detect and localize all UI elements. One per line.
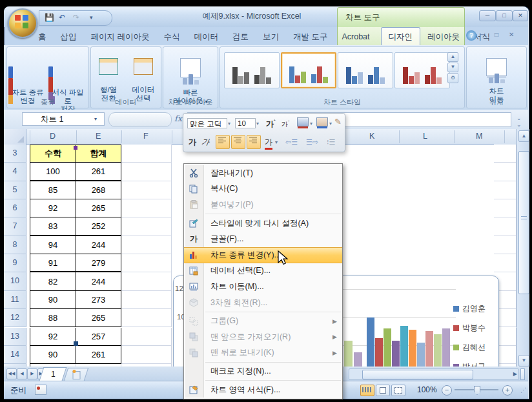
formula-bar-expand-icon[interactable]: ⌄⌄ [517,115,522,128]
format-painter-icon[interactable]: ✎ [334,117,342,126]
font-color-dropdown-icon[interactable]: ▾ [275,139,278,145]
cell-F4[interactable] [121,163,172,181]
zoom-slider-thumb[interactable] [474,386,480,395]
cell-F12[interactable] [121,309,172,327]
align-center-icon[interactable] [231,135,245,149]
align-right-icon[interactable] [247,135,261,149]
zoom-out-icon[interactable]: − [442,385,452,396]
font-name-box[interactable]: 맑은 고딕 [187,118,227,128]
bar-partial-서현정[interactable] [354,352,362,367]
tab-4[interactable]: 데이터 [187,28,225,46]
row-header-13[interactable]: 13 [4,328,26,346]
cell-F7[interactable] [121,217,172,236]
styles-scroll-down-icon[interactable]: ▼ [447,63,458,72]
tab-3[interactable]: 수식 [156,28,187,46]
cell-E5[interactable]: 268 [76,181,121,199]
border-dropdown-icon[interactable]: ▾ [329,121,332,126]
bar-심미수[interactable] [434,334,442,367]
ribbon-minimize-icon[interactable]: ─ [480,31,485,38]
tab-1[interactable]: 삽입 [54,28,84,46]
zoom-in-icon[interactable]: + [502,385,513,396]
menu-item-4[interactable]: 스타일에 맞게 다시 설정(A) [184,216,342,232]
cell-M4[interactable] [494,163,517,181]
tab-2[interactable]: 페이지 레이아웃 [84,28,157,46]
column-header-L[interactable]: L [423,132,427,141]
cell-D10[interactable]: 82 [30,272,76,290]
cell-E4[interactable]: 261 [76,163,121,181]
column-header-K[interactable]: K [369,132,374,141]
cell-E14[interactable]: 261 [76,346,121,364]
ribbon-restore-icon[interactable]: □ [495,31,498,38]
qat-customize-icon[interactable]: ▾ [90,13,93,23]
page-layout-view-icon[interactable] [376,385,390,396]
cell-M6[interactable] [494,199,517,217]
bar-이연숙[interactable] [417,343,425,367]
cell-F3[interactable] [121,145,172,163]
chart-style-colorful[interactable] [281,52,336,88]
cell-F13[interactable] [121,328,172,346]
cell-M5[interactable] [494,181,517,199]
row-header-9[interactable]: 9 [4,254,26,272]
cell-M8[interactable] [494,236,517,254]
select-data-button[interactable]: 데이터 선택 [127,50,159,103]
row-header-7[interactable]: 7 [4,217,26,236]
range-handle-blue[interactable] [74,341,78,346]
row-header-10[interactable]: 10 [4,272,26,290]
switch-row-column-button[interactable]: 행/열 전환 [92,50,125,103]
menu-item-2[interactable]: 붙여넣기(P) [184,197,342,213]
row-header-11[interactable]: 11 [4,291,26,309]
menu-item-7[interactable]: 데이터 선택(E)... [184,263,342,279]
name-box-dropdown-icon[interactable]: ▾ [94,116,97,122]
macro-record-icon[interactable] [35,385,46,395]
save-icon[interactable]: 💾 [45,13,54,23]
row-header-3[interactable]: 3 [4,145,26,163]
normal-view-icon[interactable] [360,385,374,396]
shrink-font-icon[interactable]: 가ˇ [281,120,289,129]
border-color-icon[interactable] [316,117,328,126]
help-icon[interactable]: ? [466,30,476,41]
cell-D3[interactable]: 수학 [30,145,76,163]
chart-style-red[interactable] [394,52,450,88]
scroll-up-icon[interactable]: ▲ [518,130,529,142]
bar-partial-심미수[interactable] [344,341,353,367]
cell-E12[interactable]: 265 [76,309,121,327]
vertical-scrollbar[interactable]: ▲ ▼ [517,129,529,367]
legend-item-김혜선[interactable]: 김혜선 [453,342,486,353]
menu-item-0[interactable]: 잘라내기(T) [184,165,342,181]
vertical-scroll-thumb[interactable] [518,151,529,294]
ribbon-close-icon[interactable]: ✕ [509,31,514,38]
decrease-indent-icon[interactable]: ⇦☰ [285,138,298,146]
row-header-5[interactable]: 5 [4,181,26,199]
minimize-button[interactable]: ─ [479,10,496,21]
undo-icon[interactable]: ↶ [59,13,65,23]
next-sheet-icon[interactable]: ▶ [27,368,37,379]
tab-6[interactable]: 보기 [256,28,286,46]
cell-D13[interactable]: 92 [30,328,76,346]
menu-item-11[interactable]: 그룹(G)▶ [184,313,342,329]
cell-D14[interactable]: 90 [30,346,76,364]
maximize-button[interactable]: □ [496,10,513,21]
menu-item-9[interactable]: 3차원 회전(R)... [184,295,342,311]
bar-오현주[interactable] [409,330,416,367]
legend-item-김영훈[interactable]: 김영훈 [453,303,486,314]
menu-item-5[interactable]: 가글꼴(F)... [184,231,342,247]
cell-M3[interactable] [494,145,517,163]
bold-icon[interactable]: 가 [189,137,196,148]
bar-김윤실[interactable] [400,326,408,367]
column-header-D[interactable]: D [50,132,56,141]
cell-F5[interactable] [121,181,172,199]
cell-D4[interactable]: 100 [30,163,76,181]
legend-item-박선구[interactable]: 박선구 [453,361,486,367]
tab-8[interactable]: Acrobat [334,28,376,45]
row-header-4[interactable]: 4 [4,163,26,181]
contextual-tab-0[interactable]: 디자인 [381,27,421,46]
sheet-tab[interactable]: 1 [39,367,67,381]
menu-item-8[interactable]: 차트 이동(M)... [184,279,342,295]
styles-scroll-up-icon[interactable]: ▲ [447,52,458,62]
cell-F6[interactable] [121,199,172,217]
cell-E3[interactable]: 합계 [76,145,121,163]
scroll-right-icon[interactable]: ▶ [513,371,517,377]
fill-color-dropdown-icon[interactable]: ▾ [310,121,312,126]
align-left-icon[interactable] [216,135,230,149]
cell-F8[interactable] [121,236,172,254]
